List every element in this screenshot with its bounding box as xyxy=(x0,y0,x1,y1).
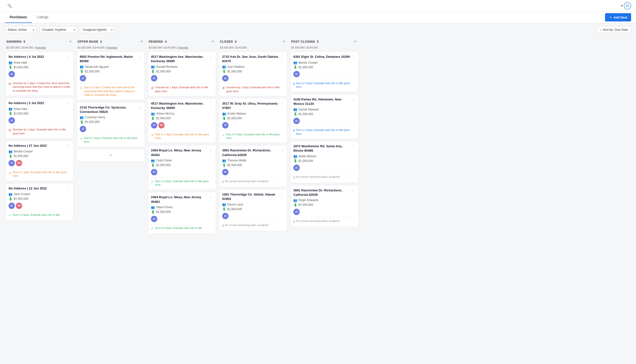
column-add-button[interactable]: + xyxy=(353,39,358,44)
card-menu-button[interactable]: ⋮ xyxy=(279,148,284,153)
column-add-button[interactable]: + xyxy=(68,39,73,44)
card-avatars: JC xyxy=(80,126,142,132)
card-header: 3891 Ranchview Dr. Richardson, Californi… xyxy=(222,148,284,157)
price-icon: 💲 xyxy=(8,197,12,201)
sort-button[interactable]: ↕ Sort by: Due Date xyxy=(597,26,631,33)
agent-icon: 👥 xyxy=(222,202,226,206)
card-header: 2715 Ash Dr. San Jose, South Dakota 8347… xyxy=(222,54,284,64)
card-menu-button[interactable]: ⋮ xyxy=(65,186,70,191)
price-value: $1,500,000 xyxy=(298,203,313,206)
card-menu-button[interactable]: ⋮ xyxy=(350,188,355,193)
potential-link[interactable]: Potential xyxy=(106,46,117,49)
price-icon: 💲 xyxy=(151,70,155,73)
deal-card[interactable]: 2118 Thornridge Cir. Syracuse, Connectic… xyxy=(76,102,145,147)
price-value: $1,500,000 xyxy=(156,163,171,167)
agent-name: Bessie Cooper xyxy=(298,61,318,64)
price-icon: 💲 xyxy=(151,163,155,167)
header-left: 🔍 xyxy=(5,4,12,8)
deal-card[interactable]: No Address | 4 Jul 2022 ⋮ 👥 Anita Hale 💲… xyxy=(5,52,74,96)
card-menu-button[interactable]: ⋮ xyxy=(208,102,213,106)
deal-card[interactable]: 6391 Elgin St. Celina, Delaware 10299 ⋮ … xyxy=(290,52,358,92)
card-header: 4517 Washington Ave. Manchester, Kentuck… xyxy=(151,54,213,64)
card-avatars: JC xyxy=(222,122,284,128)
card-task: ✓ Due in 2 days: Example task info or ti… xyxy=(80,134,142,144)
avatar-ah: AH xyxy=(16,160,22,166)
deal-card[interactable]: 4517 Washington Ave. Manchester, Kentuck… xyxy=(148,98,216,143)
card-price: 💲 $1,500,000 xyxy=(293,159,355,162)
deal-card[interactable]: 4140 Parker Rd. Allentown, New Mexico 31… xyxy=(290,94,358,139)
deal-card[interactable]: 4517 Washington Ave. Manchester, Kentuck… xyxy=(148,52,216,96)
price-value: $1,500,000 xyxy=(227,116,242,120)
column-count: 2 xyxy=(100,40,102,44)
deal-card[interactable]: No Address | 2 Jul 2022 ⋮ 👥 Anita Hale 💲… xyxy=(5,98,74,138)
column-add-button[interactable]: + xyxy=(139,39,144,44)
card-avatars: JC xyxy=(293,209,355,215)
deal-card[interactable]: 1901 Thornridge Cir. Shiloh, Hawaii 8106… xyxy=(219,189,287,231)
card-menu-button[interactable]: ⋮ xyxy=(350,97,355,102)
price-value: $1,500,000 xyxy=(298,159,313,162)
card-header: 1901 Thornridge Cir. Shiloh, Hawaii 8106… xyxy=(222,192,284,201)
card-menu-button[interactable]: ⋮ xyxy=(350,144,355,149)
column-add-button[interactable]: + xyxy=(210,39,215,44)
column-meta: $3,500,000 | $149,000 xyxy=(219,46,287,49)
card-menu-button[interactable]: ⋮ xyxy=(208,148,213,153)
card-menu-button[interactable]: ⋮ xyxy=(350,54,355,59)
cards-container: 6391 Elgin St. Celina, Delaware 10299 ⋮ … xyxy=(290,52,358,227)
user-menu[interactable]: ▾ JC xyxy=(620,2,631,10)
deal-card[interactable]: 3517 W. Gray St. Utica, Pennsylvania 578… xyxy=(219,98,287,143)
add-deal-button[interactable]: ＋ Add Deal xyxy=(605,13,631,22)
card-menu-button[interactable]: ⋮ xyxy=(136,105,142,110)
card-menu-button[interactable]: ⋮ xyxy=(279,54,284,59)
task-text: Due in 1 days: Example task info or titl… xyxy=(13,170,70,178)
task-text: No current upcoming tasks assigned. xyxy=(296,219,340,223)
price-value: $1,500,000 xyxy=(156,70,171,73)
tab-purchases[interactable]: Purchases xyxy=(5,12,32,23)
agent-icon: 👥 xyxy=(8,107,12,111)
deal-card[interactable]: 3891 Ranchview Dr. Richardson, Californi… xyxy=(219,145,287,187)
card-task: ⊘ Overdue by 1 days: Example task info o… xyxy=(8,126,70,135)
card-header: 4517 Washington Ave. Manchester, Kentuck… xyxy=(151,102,213,110)
tab-listings[interactable]: Listings xyxy=(32,12,53,23)
deal-card[interactable]: 2464 Royal Ln. Mesa, New Jersey 45463 ⋮ … xyxy=(148,145,216,190)
task-text: No current upcoming tasks assigned. xyxy=(225,223,269,227)
status-filter[interactable]: Status: Active Status: All Status: Inact… xyxy=(5,26,36,33)
kanban-column-post_closing: POST CLOSING 5 + $3,500,000 | $149,000 6… xyxy=(290,36,358,362)
task-icon: ✓ xyxy=(151,180,154,184)
deal-card[interactable]: No Address | 27 Jun 2022 ⋮ 👥 Bessie Coop… xyxy=(5,140,74,181)
potential-link[interactable]: Potential xyxy=(35,46,46,49)
potential-link[interactable]: Potential xyxy=(178,46,188,49)
deal-card[interactable]: 2464 Royal Ln. Mesa, New Jersey 45463 ⋮ … xyxy=(148,192,216,234)
card-menu-button[interactable]: ⋮ xyxy=(136,54,142,59)
deal-card[interactable]: 3891 Ranchview Dr. Richardson, Californi… xyxy=(290,185,358,227)
deal-card[interactable]: No Address | 12 Jun 2022 ⋮ 👥 Jane Cooper… xyxy=(5,183,74,221)
deal-card[interactable]: 8502 Preston Rd. Inglewood, Maine 98380 … xyxy=(76,52,145,100)
agents-filter[interactable]: Assigned Agents: xyxy=(80,26,114,33)
card-header: 8502 Preston Rd. Inglewood, Maine 98380 … xyxy=(80,54,142,64)
column-title: OFFER MADE xyxy=(78,40,98,44)
card-avatars: JC xyxy=(222,75,284,82)
card-menu-button[interactable]: ⋮ xyxy=(65,144,70,148)
task-text: Due in 4 days: Example task info or titl… xyxy=(296,128,355,136)
column-add-button[interactable]: + xyxy=(282,39,286,44)
column-title: CLOSED xyxy=(220,40,233,44)
task-text: Overdue by 1 days: Example task info or … xyxy=(155,86,213,93)
created-filter[interactable]: Created: Anytime Created: Today Created:… xyxy=(39,26,77,33)
card-menu-button[interactable]: ⋮ xyxy=(208,195,213,200)
price-icon: 💲 xyxy=(151,116,155,120)
deal-card[interactable]: 2715 Ash Dr. San Jose, South Dakota 8347… xyxy=(219,52,287,96)
search-icon[interactable]: 🔍 xyxy=(7,4,12,8)
card-menu-button[interactable]: ⋮ xyxy=(65,101,70,106)
card-price: 💲 $1,500,000 xyxy=(151,116,213,120)
card-menu-button[interactable]: ⋮ xyxy=(279,192,284,197)
card-header: 2118 Thornridge Cir. Syracuse, Connectic… xyxy=(80,105,142,114)
card-agent: 👥 Bessie Cooper xyxy=(8,150,70,153)
card-menu-button[interactable]: ⋮ xyxy=(65,54,70,59)
add-card-button[interactable]: + xyxy=(76,149,145,162)
card-menu-button[interactable]: ⋮ xyxy=(208,54,213,59)
card-avatars: JC xyxy=(151,75,213,82)
card-menu-button[interactable]: ⋮ xyxy=(279,102,284,106)
card-agent: 👥 Theresa Webb xyxy=(222,159,284,162)
deal-card[interactable]: 2972 Westheimer Rd. Santa Ana, Illinois … xyxy=(290,141,358,183)
agent-icon: 👥 xyxy=(293,154,297,158)
task-text: Due in 2 days: Example task info or titl… xyxy=(155,180,213,187)
